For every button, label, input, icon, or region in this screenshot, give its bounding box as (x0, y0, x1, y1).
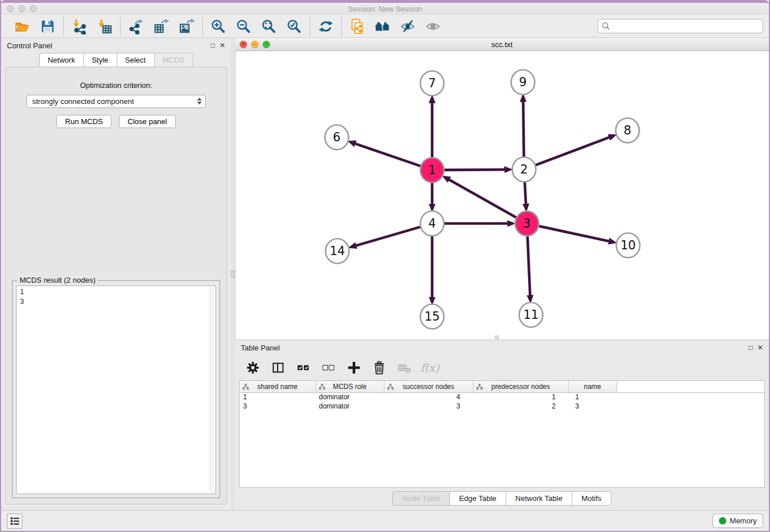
memory-label: Memory (730, 516, 757, 525)
run-mcds-button[interactable]: Run MCDS (56, 115, 111, 128)
close-panel-icon[interactable]: ✕ (220, 42, 225, 49)
export-image-icon (179, 18, 195, 34)
task-history-button[interactable] (7, 514, 22, 529)
canvas-splitter-handle[interactable] (495, 336, 499, 339)
column-header-name[interactable]: name (568, 381, 617, 392)
tab-network-table[interactable]: Network Table (506, 491, 572, 506)
status-bar: Memory (1, 510, 769, 531)
graph-edge-1-2[interactable] (441, 169, 505, 170)
window-title: Session: New Session (348, 5, 422, 13)
refresh-icon (318, 18, 334, 34)
close-network-icon[interactable]: ✕ (240, 41, 247, 48)
create-column-button[interactable] (346, 360, 361, 375)
memory-status-icon (719, 517, 726, 525)
table-panel: Table Panel □ ✕ (235, 340, 769, 510)
graph-edge-4-14[interactable] (356, 226, 423, 246)
float-panel-icon[interactable]: □ (211, 42, 215, 49)
minimize-window-icon[interactable] (18, 5, 25, 12)
panel-splitter[interactable] (231, 38, 235, 510)
table-panel-tabs: Node Table Edge Table Network Table Moti… (235, 488, 769, 510)
clone-network-icon (349, 18, 365, 34)
export-network-button[interactable] (128, 18, 145, 35)
tab-mcds[interactable]: MCDS (154, 53, 193, 67)
result-scrollbar[interactable] (210, 287, 215, 493)
header-filler (617, 381, 764, 392)
column-header-mcds-role[interactable]: MCDS role (315, 381, 384, 392)
deselect-all-button[interactable] (321, 360, 336, 375)
tab-motifs[interactable]: Motifs (572, 491, 611, 506)
close-window-icon[interactable] (7, 5, 14, 12)
optimization-criterion-label: Optimization criterion: (6, 81, 226, 90)
zoom-network-icon[interactable]: + (263, 41, 270, 48)
application-window: Session: New Session (0, 0, 770, 532)
tab-style[interactable]: Style (83, 53, 117, 67)
save-session-button[interactable] (39, 18, 56, 35)
show-hidden-button[interactable] (425, 18, 442, 35)
graph-edge-2-9[interactable] (523, 101, 523, 160)
table-header-row: shared name MCDS role successor nodes (240, 381, 764, 392)
graph-edge-1-6[interactable] (355, 144, 424, 167)
search-input[interactable] (598, 19, 763, 33)
mcds-tab-content: Optimization criterion: strongly connect… (5, 67, 227, 504)
export-table-button[interactable] (153, 18, 170, 35)
table-settings-button[interactable] (245, 360, 260, 375)
table-toolbar: f(x) (235, 355, 769, 379)
float-table-panel-icon[interactable]: □ (749, 344, 753, 351)
column-panel-button[interactable] (271, 360, 286, 375)
save-floppy-icon (40, 18, 56, 34)
column-header-successor-nodes[interactable]: successor nodes (384, 381, 473, 392)
graph-edge-2-3[interactable] (525, 179, 526, 204)
tab-network[interactable]: Network (39, 53, 84, 67)
plus-icon (347, 361, 361, 375)
gear-icon (247, 361, 259, 374)
tab-select[interactable]: Select (117, 53, 155, 67)
column-type-icon (242, 384, 249, 390)
export-image-button[interactable] (178, 18, 195, 35)
import-network-icon (71, 18, 87, 34)
import-table-button[interactable] (96, 18, 113, 35)
delete-table-button (397, 360, 412, 375)
tab-node-table[interactable]: Node Table (392, 491, 450, 506)
memory-button[interactable]: Memory (713, 514, 763, 528)
hide-selected-button[interactable] (399, 18, 417, 35)
control-panel-tabs: Network Style Select MCDS (1, 53, 231, 67)
show-all-networks-button[interactable] (374, 18, 391, 35)
graph-node-label: 2 (520, 163, 528, 176)
graph-node-label: 3 (523, 217, 530, 230)
network-canvas[interactable]: 7968124314101511 (235, 51, 769, 340)
mcds-result-list[interactable]: 1 3 (16, 286, 216, 494)
network-window-titlebar[interactable]: ✕ − + scc.txt (235, 38, 769, 51)
splitter-handle[interactable] (231, 271, 235, 277)
tab-edge-table[interactable]: Edge Table (449, 491, 506, 506)
table-row[interactable]: 3 dominator 3 2 3 (240, 402, 764, 411)
zoom-in-button[interactable] (210, 18, 227, 35)
clone-network-button[interactable] (349, 18, 366, 35)
zoom-window-icon[interactable] (30, 5, 37, 12)
graph-node-label: 6 (333, 130, 340, 144)
window-controls (7, 5, 37, 12)
import-network-button[interactable] (71, 18, 88, 35)
zoom-out-button[interactable] (235, 18, 252, 35)
list-icon (10, 516, 20, 526)
criterion-select[interactable]: strongly connected component (26, 95, 206, 108)
column-header-shared-name[interactable]: shared name (240, 381, 315, 392)
open-session-button[interactable] (14, 18, 31, 35)
apply-layout-button[interactable] (317, 18, 334, 35)
graph-edge-3-1[interactable] (449, 179, 518, 218)
graph-node-label: 11 (523, 308, 539, 322)
close-table-panel-icon[interactable]: ✕ (757, 344, 763, 351)
zoom-fit-button[interactable] (260, 18, 278, 35)
graph-edge-2-8[interactable] (533, 137, 609, 166)
close-panel-button[interactable]: Close panel (119, 115, 176, 128)
delete-column-button[interactable] (372, 360, 387, 375)
control-panel-title: Control Panel (7, 41, 52, 50)
select-all-button[interactable] (296, 360, 311, 375)
column-header-predecessor-nodes[interactable]: predecessor nodes (473, 381, 568, 392)
zoom-selected-icon (286, 18, 302, 34)
graph-edge-3-11[interactable] (528, 233, 530, 295)
minimize-network-icon[interactable]: − (251, 41, 259, 48)
zoom-selected-button[interactable] (286, 18, 303, 35)
table-row[interactable]: 1 dominator 4 1 1 (240, 392, 764, 402)
window-titlebar: Session: New Session (1, 0, 769, 15)
graph-edge-3-10[interactable] (536, 225, 609, 241)
